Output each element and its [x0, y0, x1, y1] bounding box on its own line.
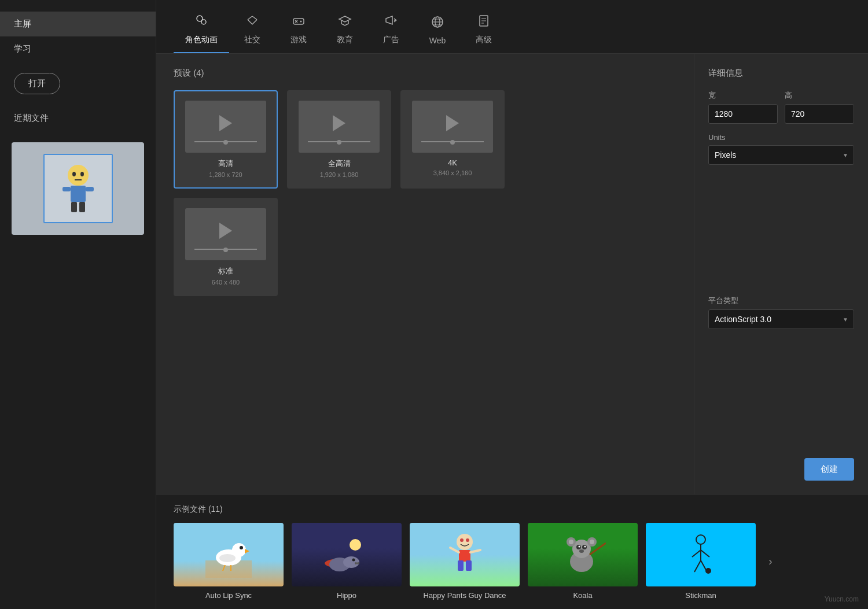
units-select-wrapper: Pixels Inches Centimeters — [708, 145, 854, 165]
preset-4k-size: 3,840 x 2,160 — [433, 169, 472, 176]
tab-social[interactable]: 社交 — [229, 9, 275, 53]
example-hippo-label: Hippo — [337, 591, 356, 600]
svg-point-60 — [590, 540, 594, 544]
svg-line-69 — [692, 550, 701, 557]
tab-ads[interactable]: 广告 — [368, 9, 414, 53]
tab-ads-label: 广告 — [383, 35, 399, 45]
svg-point-48 — [460, 538, 464, 542]
play-icon-4k — [446, 115, 459, 131]
width-field: 宽 — [708, 90, 778, 124]
tab-web-label: Web — [429, 36, 446, 45]
svg-point-67 — [696, 535, 705, 544]
presets-panel: 预设 (4) 高清 1,280 x 720 全高清 1,920 x 1,08 — [156, 54, 694, 494]
preset-hd-name: 高清 — [218, 158, 233, 169]
svg-point-2 — [80, 172, 84, 176]
tab-advanced[interactable]: 高级 — [461, 9, 507, 53]
sidebar-item-learn[interactable]: 学习 — [0, 36, 156, 61]
hippo-svg — [323, 534, 370, 575]
preset-hd-preview — [185, 101, 266, 153]
svg-rect-52 — [466, 560, 472, 571]
svg-rect-4 — [71, 186, 86, 202]
svg-point-63 — [579, 546, 580, 548]
example-auto-lip[interactable]: Auto Lip Sync — [174, 523, 284, 600]
svg-marker-35 — [245, 549, 249, 553]
svg-line-12 — [248, 16, 252, 20]
tabs-bar: 角色动画 社交 游戏 — [156, 0, 868, 54]
preset-4k[interactable]: 4K 3,840 x 2,160 — [400, 90, 505, 189]
svg-point-0 — [68, 165, 89, 186]
tab-game[interactable]: 游戏 — [275, 9, 322, 53]
svg-rect-7 — [62, 187, 71, 191]
example-thumb-koala — [528, 523, 638, 586]
svg-point-39 — [219, 554, 236, 562]
details-title: 详细信息 — [708, 68, 854, 79]
ads-icon — [384, 14, 398, 31]
svg-point-59 — [569, 540, 573, 544]
sidebar-item-home[interactable]: 主屏 — [0, 12, 156, 36]
character-icon — [194, 14, 208, 31]
character-preview-svg — [58, 163, 98, 215]
tab-education[interactable]: 教育 — [322, 9, 368, 53]
tab-education-label: 教育 — [337, 35, 353, 45]
preset-standard-size: 640 x 480 — [212, 279, 240, 286]
svg-point-15 — [300, 21, 302, 23]
width-label: 宽 — [708, 90, 778, 101]
svg-point-43 — [343, 556, 359, 568]
web-tab-icon-svg — [431, 15, 444, 29]
game-tab-icon-svg — [292, 14, 306, 28]
preset-fullhd[interactable]: 全高清 1,920 x 1,080 — [287, 90, 391, 189]
preset-standard[interactable]: 标准 640 x 480 — [174, 198, 278, 296]
platform-label: 平台类型 — [708, 296, 854, 306]
education-icon — [338, 14, 352, 31]
sidebar-home-label: 主屏 — [14, 19, 31, 28]
units-field: Units Pixels Inches Centimeters — [708, 133, 854, 286]
platform-select[interactable]: ActionScript 3.0 ActionScript 2.0 HTML5 … — [708, 309, 854, 329]
example-stickman[interactable]: Stickman — [646, 523, 756, 600]
example-hippo[interactable]: Hippo — [292, 523, 402, 600]
koala-svg — [560, 532, 606, 578]
height-input[interactable] — [785, 104, 854, 124]
svg-rect-51 — [458, 560, 464, 571]
svg-rect-5 — [71, 202, 77, 212]
social-tab-icon-svg — [245, 14, 259, 28]
svg-point-10 — [201, 20, 206, 24]
tab-character[interactable]: 角色动画 — [174, 9, 229, 53]
education-tab-icon-svg — [338, 14, 352, 28]
preset-4k-name: 4K — [448, 158, 457, 167]
example-koala[interactable]: Koala — [528, 523, 638, 600]
svg-point-40 — [350, 539, 361, 551]
create-button[interactable]: 创建 — [804, 458, 854, 481]
examples-title: 示例文件 (11) — [174, 504, 851, 515]
scroll-right-arrow[interactable]: › — [764, 552, 777, 570]
presets-grid: 高清 1,280 x 720 全高清 1,920 x 1,080 4K — [174, 90, 676, 296]
svg-rect-13 — [293, 19, 304, 24]
tab-web[interactable]: Web — [414, 10, 461, 53]
units-select[interactable]: Pixels Inches Centimeters — [708, 145, 854, 165]
width-input[interactable] — [708, 104, 778, 124]
svg-line-71 — [694, 560, 701, 572]
example-thumb-auto-lip — [174, 523, 284, 586]
tab-game-label: 游戏 — [290, 35, 307, 45]
svg-rect-6 — [79, 202, 85, 212]
sidebar: 主屏 学习 打开 近期文件 — [0, 0, 156, 609]
advanced-icon — [477, 14, 491, 31]
play-icon-standard — [219, 223, 232, 239]
play-icon-fullhd — [333, 115, 345, 131]
presets-title: 预设 (4) — [174, 68, 676, 79]
main-panel: 角色动画 社交 游戏 — [156, 0, 868, 609]
sidebar-recent-label: 近期文件 — [0, 106, 156, 131]
svg-rect-8 — [86, 187, 94, 191]
stickman-svg — [686, 532, 715, 578]
happy-svg — [444, 532, 485, 578]
social-icon — [245, 14, 259, 31]
details-panel: 详细信息 宽 高 Units Pixels Inches Centimet — [694, 54, 868, 494]
example-stickman-label: Stickman — [685, 591, 716, 600]
preset-hd[interactable]: 高清 1,280 x 720 — [174, 90, 278, 189]
open-button[interactable]: 打开 — [14, 73, 60, 94]
preset-fullhd-name: 全高清 — [328, 158, 351, 169]
play-icon — [219, 115, 232, 131]
dimensions-row: 宽 高 — [708, 90, 854, 124]
svg-point-49 — [466, 538, 469, 542]
example-happy-pants[interactable]: Happy Pants Guy Dance — [410, 523, 520, 600]
svg-point-46 — [357, 562, 359, 564]
